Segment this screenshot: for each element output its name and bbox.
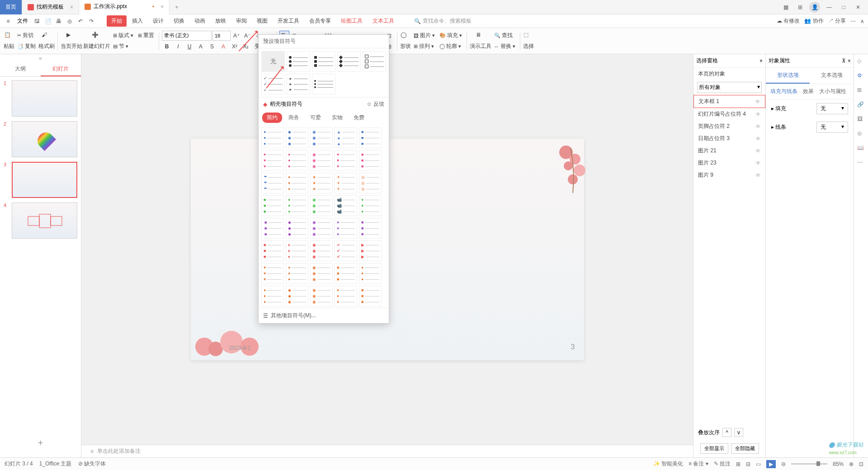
bullet-style-item[interactable]: ●●● [286,195,308,216]
layers-icon[interactable]: ⊞ [857,87,865,95]
bullet-filled-square[interactable] [312,51,335,72]
collab-button[interactable]: 👥 协作 [804,17,823,25]
bold-button[interactable]: B [162,42,172,52]
font-color-button[interactable]: A [218,42,228,52]
tab-drawing-tools[interactable]: 绘图工具 [336,15,367,27]
bullet-style-item[interactable]: ▶▶▶ [359,240,382,261]
minimize-button[interactable]: — [824,2,835,13]
zoom-slider[interactable] [791,463,827,465]
outline-button[interactable]: ◯ 轮廓 ▾ [438,42,464,52]
tab-slideshow[interactable]: 放映 [211,15,231,27]
preview-icon[interactable]: ◎ [65,17,74,26]
bullet-style-item[interactable]: ◆◆◆ [286,127,308,148]
add-slide-button[interactable]: + [0,429,81,457]
more-bullets-button[interactable]: ☰ 其他项目符号(M)... [259,308,389,323]
print-icon[interactable]: 🖶 [54,17,63,26]
more-icon[interactable]: ⋯ [857,159,865,167]
object-item[interactable]: 文本框 1👁 [693,95,765,108]
bullet-style-item[interactable]: ◉◉◉ [310,286,333,306]
picture-button[interactable]: 🖼 图片 ▾ [412,31,437,41]
tab-review[interactable]: 审阅 [231,15,251,27]
template-tab[interactable]: 找稻壳模板 × [22,0,79,14]
book-icon[interactable]: 📖 [857,145,865,153]
bullet-style-item[interactable]: ✔✔✔ [335,240,357,261]
italic-button[interactable]: I [173,42,183,52]
slide-thumb-4[interactable] [12,202,77,239]
paste-button[interactable]: 📋粘贴 [4,32,14,50]
avatar-icon[interactable]: 👤 [809,2,820,13]
command-search[interactable]: 🔍 查找命令、搜索模板 [414,17,472,25]
view-reading-icon[interactable]: ▭ [756,461,761,467]
bullet-style-item[interactable]: ◉◉◉ [310,195,333,216]
close-icon[interactable]: × [70,4,73,10]
undo-icon[interactable]: ↶ [76,17,85,26]
bullet-hollow-square[interactable] [363,51,386,72]
bullet-style-item[interactable]: ♦♦♦ [286,240,308,261]
bullet-style-item[interactable]: ●●● [359,195,382,216]
home-tab[interactable]: 首页 [0,0,22,14]
tab-animation[interactable]: 动画 [190,15,210,27]
effects-tab[interactable]: 效果 [803,88,814,95]
missing-font-button[interactable]: ⊘ 缺失字体 [78,460,106,468]
bullet-style-item[interactable]: ✈✈✈ [335,173,357,193]
object-item[interactable]: 幻灯片编号占位符 4👁 [693,108,765,120]
bullet-style-item[interactable]: ■■■ [261,240,284,261]
shapes-button[interactable]: ◯形状 [400,32,411,50]
select-button[interactable]: ⬚选择 [523,32,534,50]
new-tab-button[interactable]: + [170,4,184,10]
apps-icon[interactable]: ⊞ [795,2,806,13]
section-button[interactable]: ▤ 节 ▾ [111,42,135,52]
object-item[interactable]: 图片 23👁 [693,157,765,169]
bullet-style-item[interactable]: ♥♥♥ [261,150,284,171]
shape-options-tab[interactable]: 形状选项 [766,68,810,84]
fill-line-tab[interactable]: 填充与线条 [770,88,797,95]
tab-transition[interactable]: 切换 [169,15,189,27]
zoom-level[interactable]: 85% [833,461,844,467]
line-select[interactable]: 无▾ [816,122,848,133]
zoom-out-icon[interactable]: ⊖ [781,461,786,467]
menu-icon[interactable]: ≡ [4,17,13,26]
superscript-button[interactable]: X² [230,42,240,52]
strike-button[interactable]: A [196,42,206,52]
close-icon[interactable]: × [760,58,763,64]
bullet-style-item[interactable]: ♥♥♥ [261,263,284,284]
layout-button[interactable]: ⊞ 版式 ▾ [111,31,135,41]
file-menu[interactable]: 文件 [14,17,31,25]
close-icon[interactable]: × [848,58,851,64]
copy-button[interactable]: 📑 复制 [15,42,38,52]
saveas-icon[interactable]: 📄 [43,17,52,26]
more-icon[interactable]: ⋯ [850,18,856,24]
chevron-icon[interactable]: ∧ [860,18,864,24]
diamond-icon[interactable]: ◇ [857,58,865,66]
bullet-small-dot[interactable] [312,74,335,94]
slide-thumb-3[interactable] [12,162,77,198]
font-family-select[interactable] [162,31,212,41]
cat-simple[interactable]: 简约 [262,113,282,123]
bullet-style-item[interactable]: ■■■ [335,263,357,284]
beautify-button[interactable]: ✨ 智能美化 [653,460,683,468]
view-normal-icon[interactable]: ⊞ [736,461,741,467]
tab-start[interactable]: 开始 [107,15,127,27]
arrange-button[interactable]: ⊞ 排列 ▾ [412,42,437,52]
cat-cute[interactable]: 可爱 [306,113,326,123]
notes-pane[interactable]: ≡ 单击此处添加备注 [81,445,693,457]
bullet-style-item[interactable]: ●●● [335,286,357,306]
strikethrough-button[interactable]: S [207,42,217,52]
bullet-style-item[interactable]: ★★★ [310,173,333,193]
link-icon[interactable]: 🔗 [857,101,865,109]
share-button[interactable]: ↗ 分享 [828,17,846,25]
object-item[interactable]: 图片 9👁 [693,169,765,181]
new-slide-button[interactable]: ➕新建幻灯片 [83,32,110,50]
eye-icon[interactable]: 👁 [755,99,760,105]
replace-button[interactable]: ↔ 替换 ▾ [492,42,517,52]
collapse-icon[interactable]: « [0,54,81,62]
hide-all-button[interactable]: 全部隐藏 [731,443,759,454]
pin-icon[interactable]: ⊼ [842,58,846,64]
bullet-style-item[interactable]: 📹📹📹 [335,195,357,216]
cat-free[interactable]: 免费 [349,113,369,123]
redo-icon[interactable]: ↷ [87,17,96,26]
grid-icon[interactable]: ▦ [780,2,791,13]
bullet-style-item[interactable]: ◉◉◉ [310,263,333,284]
feedback-link[interactable]: ☺ 反馈 [366,100,384,108]
bullet-style-item[interactable]: ■■■ [359,150,382,171]
